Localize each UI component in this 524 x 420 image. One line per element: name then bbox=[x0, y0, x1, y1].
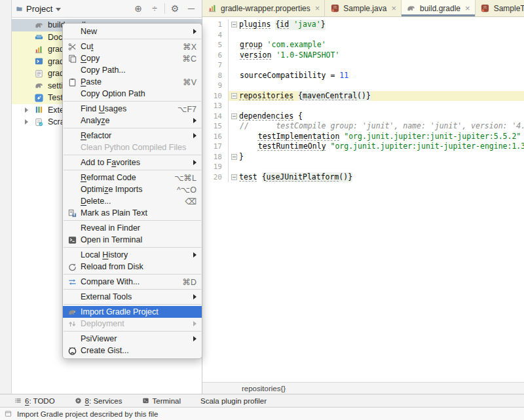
toolwindow-button-6-todo[interactable]: 6: TODO bbox=[14, 397, 55, 405]
code-line-10[interactable]: 10repositories {mavenCentral()} bbox=[202, 91, 524, 102]
fold-marker-icon[interactable] bbox=[231, 22, 237, 28]
menu-item-local-history[interactable]: Local History bbox=[63, 249, 202, 261]
menu-item-copy-path[interactable]: Copy Path... bbox=[63, 64, 202, 76]
menu-item-find-usages[interactable]: Find Usages⌥F7 bbox=[63, 103, 202, 115]
fold-marker-icon[interactable] bbox=[231, 113, 237, 119]
code-line-15[interactable]: 15// testCompile group: 'junit', name: '… bbox=[202, 121, 524, 132]
menu-item-reveal-in-finder[interactable]: Reveal in Finder bbox=[63, 222, 202, 234]
tool-window-stripe bbox=[0, 0, 12, 394]
locate-target-icon[interactable]: ⊕ bbox=[132, 3, 145, 14]
menu-item-label: Reformat Code bbox=[81, 173, 166, 182]
toolwindow-button-8-services[interactable]: 8: Services bbox=[75, 397, 122, 405]
menu-item-open-in-terminal[interactable]: Open in Terminal bbox=[63, 234, 202, 246]
toolwindow-button-terminal[interactable]: Terminal bbox=[142, 397, 181, 405]
menu-item-new[interactable]: New bbox=[63, 26, 202, 37]
menu-item-analyze[interactable]: Analyze bbox=[63, 115, 202, 126]
menu-item-paste[interactable]: Paste⌘V bbox=[63, 76, 202, 88]
hide-panel-icon[interactable]: ─ bbox=[185, 3, 198, 14]
breadcrumb-item[interactable]: repositories{} bbox=[242, 385, 286, 392]
collapse-all-icon[interactable]: ÷ bbox=[148, 3, 161, 14]
menu-item-delete[interactable]: Delete...⌫ bbox=[63, 195, 202, 207]
editor-tab-sample-java[interactable]: Sample.java× bbox=[325, 0, 402, 16]
gradle-elephant-icon bbox=[33, 81, 44, 91]
code-text bbox=[229, 101, 524, 111]
shell-script-icon bbox=[33, 56, 44, 67]
code-line-14[interactable]: 14dependencies { bbox=[202, 111, 524, 122]
code-line-8[interactable]: 8sourceCompatibility = 11 bbox=[202, 71, 524, 81]
context-menu: NewCut⌘XCopy⌘CCopy Path...Paste⌘VCopy Op… bbox=[62, 23, 202, 359]
menu-item-add-to-favorites[interactable]: Add to Favorites bbox=[63, 157, 202, 168]
menu-item-mark-as-plain-text[interactable]: Mark as Plain Text bbox=[63, 207, 202, 219]
close-icon[interactable]: × bbox=[465, 3, 470, 13]
menu-item-clean-python-compiled-files: Clean Python Compiled Files bbox=[63, 142, 202, 153]
tab-label: Sample.java bbox=[343, 4, 386, 13]
menu-item-create-gist[interactable]: Create Gist... bbox=[63, 345, 202, 356]
event-window-icon[interactable] bbox=[5, 410, 12, 417]
menu-item-compare-with[interactable]: Compare With...⌘D bbox=[63, 276, 202, 288]
code-text bbox=[229, 162, 524, 172]
code-text: repositories {mavenCentral()} bbox=[229, 91, 524, 102]
editor-area: gradle-wrapper.properties×Sample.java×bu… bbox=[202, 0, 524, 394]
fold-marker-icon[interactable] bbox=[231, 93, 237, 99]
menu-separator bbox=[64, 289, 201, 290]
menu-separator bbox=[64, 220, 201, 221]
submenu-arrow-icon bbox=[193, 294, 196, 299]
menu-item-psiviewer[interactable]: PsiViewer bbox=[63, 333, 202, 345]
editor-tabbar: gradle-wrapper.properties×Sample.java×bu… bbox=[202, 0, 524, 17]
code-line-13[interactable]: 13 bbox=[202, 101, 524, 111]
code-editor[interactable]: 1plugins {id 'java'}45group 'com.example… bbox=[202, 17, 524, 382]
code-line-6[interactable]: 6version '1.0-SNAPSHOT' bbox=[202, 50, 524, 61]
close-icon[interactable]: × bbox=[391, 3, 396, 13]
menu-item-optimize-imports[interactable]: Optimize Imports^⌥O bbox=[63, 183, 202, 195]
chevron-down-icon[interactable] bbox=[56, 8, 61, 11]
menu-item-copy[interactable]: Copy⌘C bbox=[63, 52, 202, 64]
folded-code[interactable]: {id 'java'} bbox=[275, 20, 325, 30]
menu-separator bbox=[64, 304, 201, 305]
fold-marker-icon[interactable] bbox=[231, 174, 237, 180]
line-number: 8 bbox=[202, 71, 229, 81]
folded-code[interactable]: {useJUnitPlatform()} bbox=[262, 172, 353, 183]
line-number: 1 bbox=[202, 20, 229, 30]
menu-item-label: Reveal in Finder bbox=[81, 223, 196, 233]
menu-item-label: Mark as Plain Text bbox=[81, 208, 196, 218]
code-text: testRuntimeOnly "org.junit.jupiter:junit… bbox=[229, 142, 524, 152]
editor-tab-gradle-wrapper-properties[interactable]: gradle-wrapper.properties× bbox=[202, 0, 325, 16]
code-line-19[interactable]: 19 bbox=[202, 162, 524, 172]
code-line-20[interactable]: 20test {useJUnitPlatform()} bbox=[202, 172, 524, 183]
code-line-18[interactable]: 18} bbox=[202, 152, 524, 162]
toolwindow-button-label: Scala plugin profiler bbox=[200, 397, 267, 405]
close-icon[interactable]: × bbox=[315, 3, 320, 13]
menu-item-refactor[interactable]: Refactor bbox=[63, 130, 202, 142]
code-line-7[interactable]: 7 bbox=[202, 60, 524, 71]
toolwindow-button-scala-plugin-profiler[interactable]: Scala plugin profiler bbox=[200, 397, 267, 405]
menu-item-external-tools[interactable]: External Tools bbox=[63, 291, 202, 303]
compare-icon bbox=[67, 277, 77, 287]
editor-tab-sampletest-java[interactable]: SampleTest.java× bbox=[476, 0, 524, 16]
code-line-5[interactable]: 5group 'com.example' bbox=[202, 40, 524, 50]
deployment-icon bbox=[67, 318, 77, 329]
code-text: test {useJUnitPlatform()} bbox=[229, 172, 524, 183]
rocket-icon bbox=[33, 92, 44, 103]
menu-item-cut[interactable]: Cut⌘X bbox=[63, 41, 202, 52]
gear-icon[interactable]: ⚙ bbox=[168, 3, 181, 14]
code-line-1[interactable]: 1plugins {id 'java'} bbox=[202, 20, 524, 30]
fold-marker-icon[interactable] bbox=[231, 154, 237, 160]
expand-arrow-icon[interactable] bbox=[25, 119, 28, 124]
code-text bbox=[229, 30, 524, 41]
code-line-17[interactable]: 17 testRuntimeOnly "org.junit.jupiter:ju… bbox=[202, 142, 524, 152]
bat-file-icon bbox=[33, 68, 44, 79]
menu-item-copy-option-path[interactable]: Copy Option Path bbox=[63, 88, 202, 100]
code-line-9[interactable]: 9 bbox=[202, 81, 524, 91]
menu-item-reload-from-disk[interactable]: Reload from Disk bbox=[63, 261, 202, 273]
menu-item-reformat-code[interactable]: Reformat Code⌥⌘L bbox=[63, 172, 202, 183]
line-number: 13 bbox=[202, 101, 229, 111]
tab-label: build.gradle bbox=[420, 4, 460, 13]
menu-separator bbox=[64, 39, 201, 39]
editor-tab-build-gradle[interactable]: build.gradle× bbox=[402, 0, 476, 16]
folded-code[interactable]: {mavenCentral()} bbox=[298, 91, 371, 102]
menu-item-label: Cut bbox=[81, 42, 175, 51]
code-line-16[interactable]: 16 testImplementation "org.junit.jupiter… bbox=[202, 132, 524, 142]
code-line-4[interactable]: 4 bbox=[202, 30, 524, 41]
menu-item-import-gradle-project[interactable]: Import Gradle Project bbox=[63, 306, 202, 318]
expand-arrow-icon[interactable] bbox=[25, 107, 28, 113]
